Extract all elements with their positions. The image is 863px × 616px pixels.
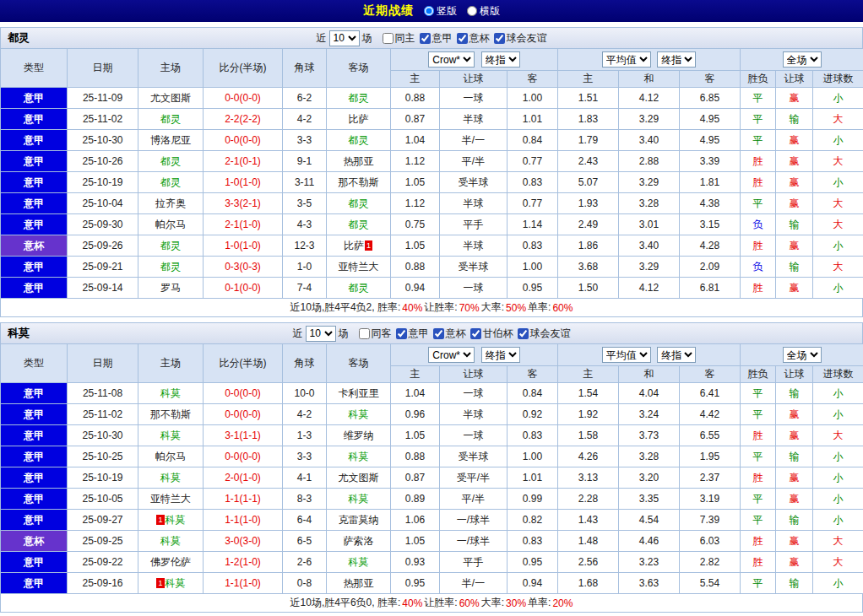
cell-away-team[interactable]: 热那亚	[327, 151, 391, 172]
cell-home-team[interactable]: 亚特兰大	[138, 489, 204, 510]
filter-checkbox[interactable]	[470, 328, 481, 339]
cell-score[interactable]: 1-2(1-0)	[204, 552, 283, 573]
team-name[interactable]: 那不勒斯	[339, 176, 379, 188]
euro-odds-source-select[interactable]: 平均值	[602, 347, 651, 363]
vertical-layout-radio[interactable]	[424, 6, 434, 16]
team-name[interactable]: 拉齐奥	[155, 197, 186, 209]
cell-score[interactable]: 0-1(0-0)	[204, 278, 283, 299]
filter-checkbox[interactable]	[457, 33, 468, 44]
cell-score[interactable]: 0-0(0-0)	[204, 383, 283, 404]
team-name[interactable]: 比萨	[349, 113, 369, 125]
team-name[interactable]: 亚特兰大	[150, 493, 191, 505]
cell-home-team[interactable]: 都灵	[138, 151, 204, 172]
team-name[interactable]: 都灵	[160, 240, 181, 251]
team-name[interactable]: 科莫	[349, 493, 369, 505]
team-name[interactable]: 都灵	[160, 155, 181, 167]
team-name[interactable]: 都灵	[349, 219, 369, 230]
cell-home-team[interactable]: 科莫	[138, 531, 204, 552]
team-name[interactable]: 佛罗伦萨	[150, 556, 191, 568]
team-name[interactable]: 那不勒斯	[150, 408, 191, 420]
team-name[interactable]: 维罗纳	[344, 430, 374, 441]
cell-home-team[interactable]: 1科莫	[138, 573, 204, 594]
filter-checkbox[interactable]	[396, 328, 407, 339]
cell-away-team[interactable]: 科莫	[327, 404, 391, 425]
filter-checkbox[interactable]	[420, 33, 431, 44]
team-name[interactable]: 尤文图斯	[339, 472, 379, 484]
team-name[interactable]: 都灵	[160, 113, 181, 125]
cell-home-team[interactable]: 科莫	[138, 383, 204, 404]
filter-option[interactable]: 意杯	[453, 31, 490, 46]
cell-score[interactable]: 2-1(0-1)	[204, 151, 283, 172]
scope-select[interactable]: 全场	[783, 51, 822, 68]
team-name[interactable]: 博洛尼亚	[150, 134, 191, 146]
cell-home-team[interactable]: 博洛尼亚	[138, 130, 204, 151]
team-name[interactable]: 帕尔马	[155, 451, 186, 462]
cell-away-team[interactable]: 卡利亚里	[327, 383, 391, 404]
cell-home-team[interactable]: 帕尔马	[138, 446, 204, 467]
team-name[interactable]: 都灵	[349, 92, 369, 104]
cell-home-team[interactable]: 帕尔马	[138, 214, 204, 235]
cell-away-team[interactable]: 比萨1	[327, 235, 391, 257]
team-name[interactable]: 尤文图斯	[150, 92, 191, 104]
filter-option[interactable]: 意甲	[415, 31, 453, 46]
cell-score[interactable]: 2-1(1-0)	[204, 214, 283, 235]
team-name[interactable]: 萨索洛	[344, 535, 374, 547]
filter-checkbox[interactable]	[383, 33, 394, 44]
cell-score[interactable]: 1-0(1-0)	[204, 235, 283, 257]
cell-away-team[interactable]: 比萨	[327, 109, 391, 130]
euro-odds-type-select[interactable]: 终指	[657, 347, 696, 363]
cell-away-team[interactable]: 科莫	[327, 552, 391, 573]
odds-company-select[interactable]: Crow*	[428, 347, 475, 363]
cell-home-team[interactable]: 科莫	[138, 425, 204, 446]
cell-score[interactable]: 3-1(1-1)	[204, 425, 283, 446]
filter-option[interactable]: 同主	[378, 31, 415, 46]
team-name[interactable]: 科莫	[160, 472, 181, 484]
team-name[interactable]: 亚特兰大	[339, 261, 379, 273]
cell-away-team[interactable]: 都灵	[327, 278, 391, 299]
cell-home-team[interactable]: 拉齐奥	[138, 193, 204, 214]
team-name[interactable]: 帕尔马	[155, 219, 186, 230]
cell-away-team[interactable]: 科莫	[327, 489, 391, 510]
cell-score[interactable]: 0-0(0-0)	[204, 404, 283, 425]
cell-home-team[interactable]: 罗马	[138, 278, 204, 299]
team-name[interactable]: 比萨	[344, 240, 364, 251]
asian-odds-type-select[interactable]: 终指	[481, 347, 520, 363]
cell-score[interactable]: 2-2(2-2)	[204, 109, 283, 130]
team-name[interactable]: 科莫	[166, 514, 186, 526]
cell-score[interactable]: 0-0(0-0)	[204, 130, 283, 151]
team-name[interactable]: 克雷莫纳	[339, 514, 379, 526]
team-name[interactable]: 都灵	[349, 134, 369, 146]
team-name[interactable]: 科莫	[349, 408, 369, 420]
match-count-select[interactable]: 10	[306, 326, 336, 342]
filter-option[interactable]: 同客	[355, 327, 392, 341]
filter-checkbox[interactable]	[518, 328, 529, 339]
cell-score[interactable]: 2-0(1-0)	[204, 467, 283, 489]
cell-home-team[interactable]: 都灵	[138, 257, 204, 278]
match-count-select[interactable]: 10	[329, 30, 360, 46]
cell-away-team[interactable]: 那不勒斯	[327, 172, 391, 193]
cell-away-team[interactable]: 都灵	[327, 88, 391, 109]
scope-select[interactable]: 全场	[783, 347, 822, 363]
horizontal-layout-radio[interactable]	[467, 6, 477, 16]
cell-score[interactable]: 1-1(1-1)	[204, 489, 283, 510]
cell-away-team[interactable]: 尤文图斯	[327, 467, 391, 489]
cell-away-team[interactable]: 热那亚	[327, 573, 391, 594]
cell-home-team[interactable]: 都灵	[138, 235, 204, 257]
cell-score[interactable]: 3-3(2-1)	[204, 193, 283, 214]
cell-away-team[interactable]: 萨索洛	[327, 531, 391, 552]
team-name[interactable]: 热那亚	[344, 577, 374, 589]
filter-option[interactable]: 意甲	[392, 327, 429, 341]
cell-score[interactable]: 0-0(0-0)	[204, 446, 283, 467]
filter-checkbox[interactable]	[359, 328, 370, 339]
cell-score[interactable]: 0-0(0-0)	[204, 88, 283, 109]
cell-score[interactable]: 1-1(1-0)	[204, 510, 283, 531]
euro-odds-type-select[interactable]: 终指	[657, 51, 696, 68]
cell-score[interactable]: 3-0(3-0)	[204, 531, 283, 552]
filter-option[interactable]: 意杯	[429, 327, 466, 341]
cell-home-team[interactable]: 都灵	[138, 109, 204, 130]
team-name[interactable]: 卡利亚里	[339, 387, 379, 399]
cell-score[interactable]: 1-1(1-0)	[204, 573, 283, 594]
filter-checkbox[interactable]	[433, 328, 444, 339]
team-name[interactable]: 都灵	[349, 282, 369, 294]
team-name[interactable]: 科莫	[349, 556, 369, 568]
